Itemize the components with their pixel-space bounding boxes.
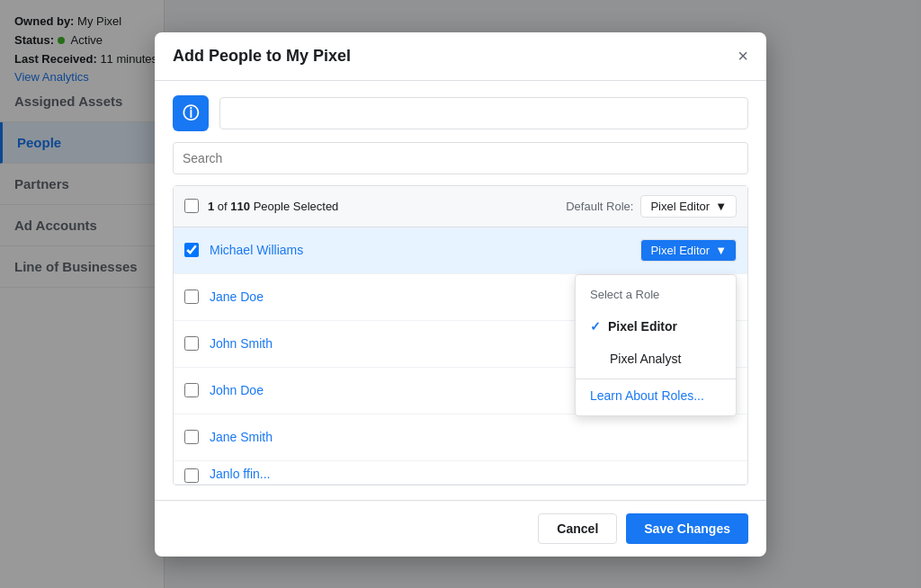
person-name-michael-williams: Michael Williams bbox=[210, 243, 640, 257]
person-role-label-michael-williams: Pixel Editor bbox=[650, 244, 710, 257]
select-all-checkbox[interactable] bbox=[184, 199, 199, 213]
list-header-left: 1 of 110 People Selected bbox=[184, 199, 338, 213]
modal-overlay: Add People to My Pixel × ⓘ 1 bbox=[0, 0, 921, 588]
default-role-area: Default Role: Pixel Editor ▼ bbox=[566, 195, 737, 218]
dropdown-item-pixel-analyst[interactable]: Pixel Analyst bbox=[576, 343, 736, 375]
of-label: of bbox=[218, 200, 230, 213]
default-role-dropdown[interactable]: Pixel Editor ▼ bbox=[640, 195, 737, 218]
default-role-value: Pixel Editor bbox=[650, 200, 710, 213]
dropdown-header: Select a Role bbox=[576, 279, 736, 310]
people-list: Michael Williams Pixel Editor ▼ Select a… bbox=[174, 227, 747, 485]
checkmark-icon: ✓ bbox=[590, 319, 601, 334]
chevron-down-icon-michael: ▼ bbox=[715, 244, 727, 257]
info-row: ⓘ bbox=[173, 95, 748, 131]
people-list-container: 1 of 110 People Selected Default Role: P… bbox=[173, 185, 748, 486]
person-checkbox-jane-doe[interactable] bbox=[184, 290, 199, 304]
info-input[interactable] bbox=[219, 97, 748, 129]
person-checkbox-john-doe[interactable] bbox=[184, 383, 199, 397]
default-role-label: Default Role: bbox=[566, 200, 633, 213]
list-header: 1 of 110 People Selected Default Role: P… bbox=[174, 186, 747, 227]
modal-footer: Cancel Save Changes bbox=[155, 500, 766, 557]
info-icon: ⓘ bbox=[173, 95, 209, 131]
modal-title: Add People to My Pixel bbox=[173, 47, 351, 66]
modal: Add People to My Pixel × ⓘ 1 bbox=[155, 32, 766, 557]
person-row-partial[interactable]: Janlo ffin... bbox=[174, 461, 747, 485]
save-changes-button[interactable]: Save Changes bbox=[626, 513, 748, 544]
role-dropdown-menu: Select a Role ✓ Pixel Editor Pixel Analy… bbox=[575, 274, 737, 416]
person-name-partial: Janlo ffin... bbox=[210, 467, 737, 481]
modal-body: ⓘ 1 of 110 People Selected bbox=[155, 81, 766, 500]
pixel-editor-label: Pixel Editor bbox=[608, 319, 677, 334]
selected-label: People Selected bbox=[254, 200, 339, 213]
person-checkbox-michael-williams[interactable] bbox=[184, 243, 199, 257]
selected-count: 1 bbox=[208, 200, 214, 213]
modal-header: Add People to My Pixel × bbox=[155, 32, 766, 81]
dropdown-learn-link[interactable]: Learn About Roles... bbox=[576, 379, 736, 412]
dropdown-item-pixel-editor[interactable]: ✓ Pixel Editor bbox=[576, 310, 736, 343]
modal-close-button[interactable]: × bbox=[738, 47, 748, 65]
person-checkbox-john-smith[interactable] bbox=[184, 336, 199, 351]
person-role-btn-michael-williams[interactable]: Pixel Editor ▼ bbox=[640, 239, 737, 262]
people-count: 1 of 110 People Selected bbox=[208, 200, 338, 213]
person-row-jane-smith[interactable]: Jane Smith bbox=[174, 414, 747, 461]
person-checkbox-partial[interactable] bbox=[184, 468, 199, 483]
cancel-button[interactable]: Cancel bbox=[538, 513, 617, 544]
person-name-jane-smith: Jane Smith bbox=[210, 430, 737, 444]
search-input[interactable] bbox=[173, 142, 748, 174]
pixel-analyst-label: Pixel Analyst bbox=[610, 352, 681, 366]
chevron-down-icon: ▼ bbox=[715, 200, 727, 213]
person-row-michael-williams[interactable]: Michael Williams Pixel Editor ▼ Select a… bbox=[174, 227, 747, 274]
total-count: 110 bbox=[230, 200, 250, 213]
person-checkbox-jane-smith[interactable] bbox=[184, 430, 199, 444]
